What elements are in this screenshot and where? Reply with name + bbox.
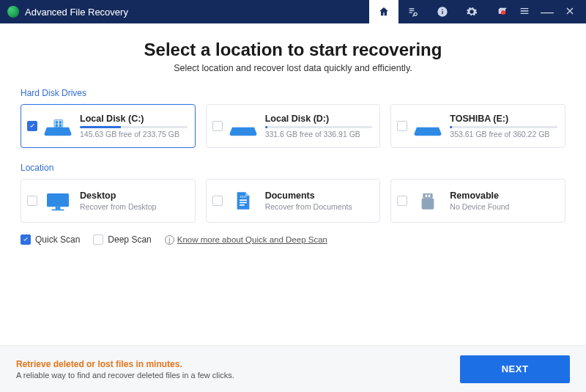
location-card-documents[interactable]: DOC Documents Recover from Documents [206,179,381,223]
app-logo-icon [7,6,19,18]
notifications-button[interactable] [497,6,508,18]
titlebar-tabs [369,0,486,23]
location-card-desktop[interactable]: Desktop Recover from Desktop [21,179,196,223]
footer-tip-title: Retrieve deleted or lost files in minute… [16,359,234,369]
drive-name: Local Disk (C:) [80,114,188,124]
tab-scan[interactable] [398,0,428,23]
svg-rect-7 [52,210,64,211]
svg-rect-1 [56,121,58,123]
deep-scan-label: Deep Scan [108,234,151,245]
titlebar: Advanced File Recovery — [0,0,586,23]
gear-icon [466,6,478,18]
svg-rect-8 [240,199,247,201]
drive-free-text: 331.6 GB free of 336.91 GB [265,130,373,138]
location-sub: Recover from Documents [265,202,373,211]
close-button[interactable] [564,5,576,19]
page-title: Select a location to start recovering [21,40,565,60]
deep-scan-checkbox[interactable]: Deep Scan [93,234,151,245]
quick-scan-checkbox[interactable]: Quick Scan [21,234,80,245]
svg-rect-3 [56,125,58,127]
drive-usage-bar [450,126,557,128]
drive-name: TOSHIBA (E:) [450,114,557,124]
scan-options-row: Quick Scan Deep Scan i Know more about Q… [21,234,565,245]
location-name: Desktop [80,191,188,201]
svg-text:DOC: DOC [240,195,246,199]
svg-rect-6 [56,207,61,209]
hamburger-icon [519,5,530,17]
drive-icon [229,114,258,138]
drives-grid: Local Disk (C:) 145.63 GB free of 233.75… [21,104,565,148]
page-heading: Select a location to start recovering Se… [21,40,565,73]
svg-rect-4 [59,125,62,127]
desktop-icon [43,188,73,213]
main-content: Select a location to start recovering Se… [0,23,586,245]
documents-icon: DOC [229,188,258,213]
home-icon [378,6,390,18]
drive-free-text: 145.63 GB free of 233.75 GB [80,130,188,138]
info-icon [437,6,448,18]
usb-icon [413,188,442,213]
locations-grid: Desktop Recover from Desktop DOC Documen… [21,179,565,223]
drive-card-e[interactable]: TOSHIBA (E:) 353.61 GB free of 360.22 GB [390,104,565,148]
svg-rect-12 [423,193,433,199]
checkbox-icon [397,196,407,206]
menu-button[interactable] [519,5,530,19]
svg-rect-14 [426,195,428,197]
tab-home[interactable] [369,0,398,23]
drive-card-d[interactable]: Local Disk (D:) 331.6 GB free of 336.91 … [206,104,381,148]
drive-usage-bar [265,126,373,128]
footer-tip-sub: A reliable way to find and recover delet… [16,371,234,380]
drive-name: Local Disk (D:) [265,114,373,124]
svg-rect-9 [240,202,247,204]
info-circle-icon: i [165,235,174,245]
location-name: Documents [265,191,373,201]
svg-rect-13 [422,199,434,210]
page-subtitle: Select location and recover lost data qu… [21,63,565,73]
drive-icon [413,114,442,138]
location-sub: No Device Found [450,202,557,211]
learn-more-link[interactable]: i Know more about Quick and Deep Scan [165,235,327,245]
app-title: Advanced File Recovery [25,7,128,18]
location-card-removable[interactable]: Removable No Device Found [390,179,565,223]
svg-rect-2 [59,121,62,123]
drive-usage-bar [80,126,188,128]
drive-icon [43,114,73,138]
quick-scan-label: Quick Scan [35,234,80,245]
location-name: Removable [450,191,557,201]
close-icon [564,5,576,17]
checkbox-icon [27,196,37,206]
search-list-icon [407,6,419,18]
footer-bar: Retrieve deleted or lost files in minute… [0,345,586,392]
svg-rect-5 [47,193,69,207]
window-controls: — [486,5,586,19]
section-drives-label: Hard Disk Drives [21,88,565,98]
next-button[interactable]: NEXT [460,355,570,383]
tab-settings[interactable] [457,0,486,23]
svg-rect-10 [240,204,245,206]
checkbox-icon [27,121,37,131]
tab-info[interactable] [428,0,457,23]
svg-rect-15 [429,195,431,197]
notification-dot-icon [501,10,505,15]
checkbox-icon [397,121,407,131]
checkbox-icon [212,121,223,131]
drive-free-text: 353.61 GB free of 360.22 GB [450,130,557,138]
location-sub: Recover from Desktop [80,202,188,211]
drive-card-c[interactable]: Local Disk (C:) 145.63 GB free of 233.75… [21,104,196,148]
checkbox-icon [212,196,223,206]
section-location-label: Location [21,163,565,173]
